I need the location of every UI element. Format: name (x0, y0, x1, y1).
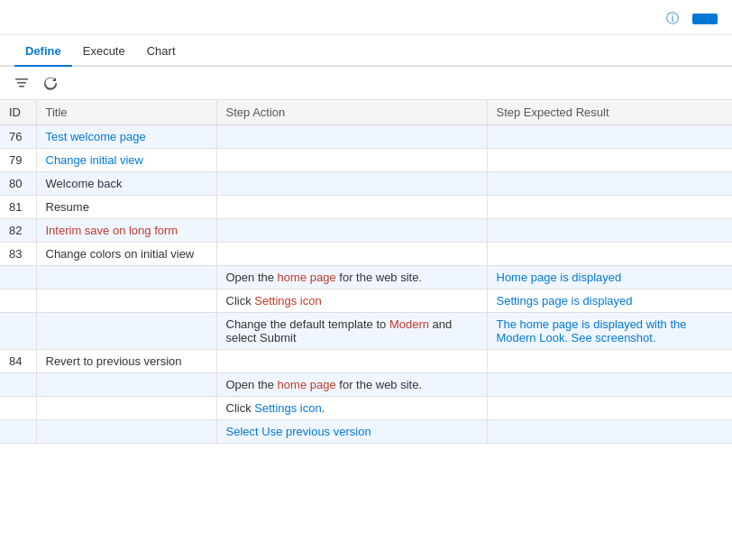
cell-step-action: Click Settings icon (216, 289, 487, 313)
col-header-expected: Step Expected Result (487, 100, 732, 125)
cell-expected (487, 243, 732, 266)
cell-id: 83 (0, 243, 36, 266)
cell-title: Interim save on long form (36, 219, 216, 243)
table-row: Click Settings icon. (0, 397, 732, 420)
cell-action (216, 172, 487, 196)
cell-title: Change initial view (36, 149, 216, 172)
table-row: 82Interim save on long form (0, 219, 732, 243)
cell-step-expected (487, 397, 732, 420)
cell-expected (487, 350, 732, 373)
tab-execute[interactable]: Execute (72, 35, 136, 67)
cell-expected (487, 125, 732, 149)
table-row: 84Revert to previous version (0, 350, 732, 373)
table-row: 76Test welcome page (0, 125, 732, 149)
help-circle-icon: ⓘ (666, 11, 679, 27)
cell-step-action: Open the home page for the web site. (216, 373, 487, 397)
cell-title: Test welcome page (36, 125, 216, 149)
toolbar (0, 67, 732, 100)
column-headers: ID Title Step Action Step Expected Resul… (0, 100, 732, 125)
data-grid: ID Title Step Action Step Expected Resul… (0, 100, 732, 444)
cell-id: 82 (0, 219, 36, 243)
tab-define[interactable]: Define (14, 35, 72, 67)
grid-table: ID Title Step Action Step Expected Resul… (0, 100, 732, 444)
svg-rect-1 (17, 82, 26, 84)
cell-expected (487, 172, 732, 196)
filter-icon[interactable] (11, 72, 32, 94)
tab-bar: Define Execute Chart (0, 35, 732, 67)
cell-step-expected (487, 420, 732, 444)
cell-title: Welcome back (36, 172, 216, 196)
cell-id: 84 (0, 350, 36, 373)
table-row: Select Use previous version (0, 420, 732, 444)
svg-rect-0 (15, 78, 28, 80)
cell-action (216, 243, 487, 266)
svg-rect-2 (19, 86, 24, 87)
tab-chart[interactable]: Chart (136, 35, 187, 67)
cell-step-action: Click Settings icon. (216, 397, 487, 420)
cell-id: 76 (0, 125, 36, 149)
cell-title: Change colors on initial view (36, 243, 216, 266)
col-header-action: Step Action (216, 100, 487, 125)
refresh-icon[interactable] (40, 72, 61, 94)
cell-id: 81 (0, 196, 36, 219)
cell-expected (487, 219, 732, 243)
col-header-id: ID (0, 100, 36, 125)
close-grid-button[interactable] (692, 14, 718, 24)
cell-title: Revert to previous version (36, 350, 216, 373)
cell-id: 80 (0, 172, 36, 196)
cell-step-expected: Settings page is displayed (487, 289, 732, 313)
cell-step-expected: The home page is displayed with the Mode… (487, 313, 732, 350)
table-row: 80Welcome back (0, 172, 732, 196)
cell-step-expected: Home page is displayed (487, 266, 732, 289)
table-row: Open the home page for the web site. (0, 373, 732, 397)
cell-id: 79 (0, 149, 36, 172)
cell-action (216, 125, 487, 149)
table-row: 83Change colors on initial view (0, 243, 732, 266)
cell-step-expected (487, 373, 732, 397)
table-row: Change the default template to Modern an… (0, 313, 732, 350)
cell-expected (487, 149, 732, 172)
table-row: Open the home page for the web site.Home… (0, 266, 732, 289)
cell-title: Resume (36, 196, 216, 219)
table-row: 81Resume (0, 196, 732, 219)
col-header-title: Title (36, 100, 216, 125)
cell-step-action: Open the home page for the web site. (216, 266, 487, 289)
cell-expected (487, 196, 732, 219)
cell-action (216, 196, 487, 219)
cell-action (216, 350, 487, 373)
table-row: Click Settings iconSettings page is disp… (0, 289, 732, 313)
header-actions: ⓘ (666, 11, 718, 27)
cell-action (216, 219, 487, 243)
page-header: ⓘ (0, 0, 732, 35)
cell-action (216, 149, 487, 172)
cell-step-action: Select Use previous version (216, 420, 487, 444)
help-link[interactable]: ⓘ (666, 11, 682, 27)
cell-step-action: Change the default template to Modern an… (216, 313, 487, 350)
table-row: 79Change initial view (0, 149, 732, 172)
